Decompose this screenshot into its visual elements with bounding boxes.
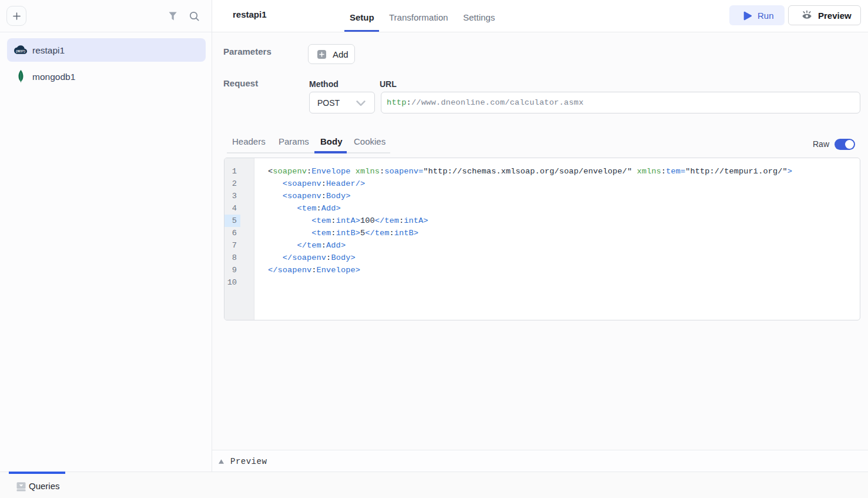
- svg-text:{REST}: {REST}: [16, 50, 26, 53]
